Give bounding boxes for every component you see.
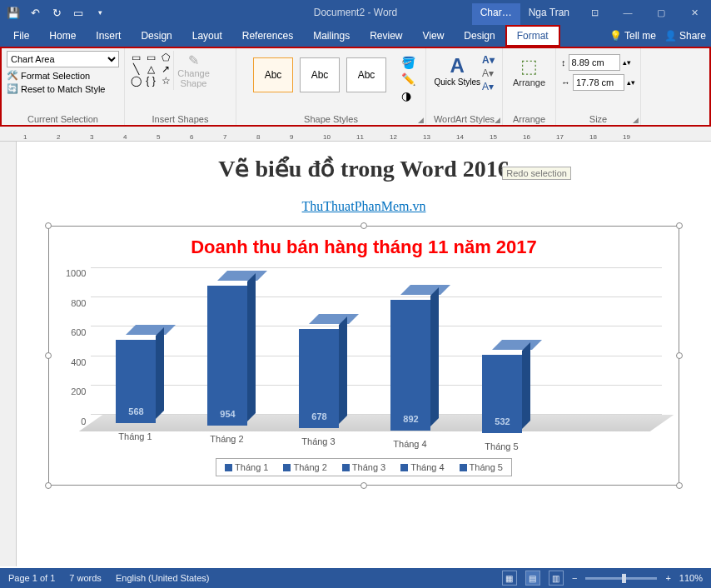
save-icon[interactable]: 💾 (7, 6, 20, 19)
read-mode-icon[interactable]: ▦ (502, 571, 517, 586)
group-label-insert-shapes: Insert Shapes (130, 112, 231, 125)
redo-tooltip: Redo selection (502, 167, 571, 180)
arrange-button[interactable]: ⬚Arrange (508, 51, 550, 87)
legend-item[interactable]: Tháng 4 (400, 462, 444, 472)
language-indicator[interactable]: English (United States) (116, 573, 210, 583)
tell-me-search[interactable]: 💡Tell me (609, 30, 656, 42)
page-indicator[interactable]: Page 1 of 1 (8, 573, 55, 583)
width-icon: ↔ (561, 77, 570, 87)
quick-access-toolbar: 💾 ↶ ↻ ▭ ▾ (0, 6, 107, 19)
resize-handle[interactable] (45, 352, 52, 359)
group-size: ↕▴▾ ↔▴▾ Size ◢ (556, 48, 641, 125)
status-bar: Page 1 of 1 7 words English (United Stat… (0, 568, 711, 588)
chart-legend[interactable]: Tháng 1Tháng 2Tháng 3Tháng 4Tháng 5 (216, 458, 512, 476)
undo-icon[interactable]: ↶ (28, 6, 42, 19)
group-label-shape-styles: Shape Styles (241, 112, 420, 125)
vertical-ruler[interactable] (0, 142, 17, 566)
maximize-icon[interactable]: ▢ (644, 0, 678, 25)
web-layout-icon[interactable]: ▥ (549, 571, 564, 586)
group-insert-shapes: ▭▭⬠ ╲△↗ ◯{ }☆ ✎ Change Shape Insert Shap… (125, 48, 236, 125)
title-bar: 💾 ↶ ↻ ▭ ▾ Document2 - Word Char… Nga Tra… (0, 0, 711, 25)
share-button[interactable]: 👤Share (664, 30, 706, 42)
reset-match-style-button[interactable]: 🔄Reset to Match Style (7, 83, 119, 94)
height-icon: ↕ (561, 57, 566, 67)
zoom-level[interactable]: 110% (679, 573, 703, 583)
shape-style-1[interactable]: Abc (253, 57, 293, 92)
chart-plot-area[interactable]: 02004006008001000 568Tháng 1954Tháng 267… (66, 268, 662, 443)
qat-dropdown-icon[interactable]: ▾ (93, 6, 107, 19)
format-selection-icon: 🛠️ (7, 70, 18, 81)
shape-style-2[interactable]: Abc (300, 57, 340, 92)
shape-gallery[interactable]: ▭▭⬠ ╲△↗ ◯{ }☆ (130, 51, 172, 90)
group-label-size: Size (561, 112, 635, 125)
zoom-slider[interactable] (585, 577, 657, 580)
tab-chart-design[interactable]: Design (454, 25, 505, 47)
reset-icon: 🔄 (7, 83, 18, 94)
tab-insert[interactable]: Insert (86, 25, 131, 47)
shape-effects-icon[interactable]: ◑ (401, 89, 415, 102)
tab-file[interactable]: File (3, 25, 39, 47)
resize-handle[interactable] (45, 222, 52, 229)
close-icon[interactable]: ✕ (678, 0, 711, 25)
tab-review[interactable]: Review (360, 25, 412, 47)
horizontal-ruler[interactable]: 12345678910111213141516171819 (0, 127, 711, 142)
x-category-label: Tháng 5 (472, 441, 530, 451)
group-wordart-styles: A Quick Styles A▾ A▾ A▾ WordArt Styles ◢ (426, 48, 503, 125)
legend-item[interactable]: Tháng 3 (342, 462, 385, 472)
zoom-out-icon[interactable]: − (572, 573, 577, 583)
group-arrange: ⬚Arrange Arrange (503, 48, 556, 125)
tab-format[interactable]: Format (505, 25, 560, 47)
shape-styles-launcher-icon[interactable]: ◢ (418, 116, 424, 124)
workspace: Redo selection Vẽ biểu đồ trong Word 201… (0, 142, 711, 566)
resize-handle[interactable] (45, 482, 52, 489)
zoom-in-icon[interactable]: + (665, 573, 670, 583)
height-input[interactable] (569, 54, 620, 71)
wordart-launcher-icon[interactable]: ◢ (495, 116, 500, 124)
word-count[interactable]: 7 words (69, 573, 102, 583)
group-shape-styles: Abc Abc Abc 🪣 ✏️ ◑ Shape Styles ◢ (236, 48, 426, 125)
lightbulb-icon: 💡 (609, 30, 622, 42)
chart-tools-context-tab[interactable]: Char… (472, 3, 520, 25)
signed-in-user[interactable]: Nga Tran (520, 7, 578, 18)
size-launcher-icon[interactable]: ◢ (633, 116, 639, 124)
document-page[interactable]: Redo selection Vẽ biểu đồ trong Word 201… (17, 142, 711, 566)
legend-item[interactable]: Tháng 2 (283, 462, 326, 472)
resize-handle[interactable] (676, 352, 683, 359)
resize-handle[interactable] (676, 222, 683, 229)
text-outline-icon[interactable]: A▾ (482, 67, 495, 79)
chart-element-selector[interactable]: Chart Area (7, 51, 119, 67)
change-shape-button: ✎ Change Shape (173, 51, 213, 90)
shape-outline-icon[interactable]: ✏️ (401, 72, 415, 86)
shape-fill-icon[interactable]: 🪣 (401, 56, 415, 69)
resize-handle[interactable] (360, 482, 367, 489)
legend-item[interactable]: Tháng 1 (225, 462, 268, 472)
x-category-label: Tháng 3 (289, 436, 347, 446)
width-input[interactable] (573, 74, 624, 91)
ribbon-display-icon[interactable]: ⊡ (578, 0, 611, 25)
share-icon: 👤 (664, 30, 677, 42)
print-layout-icon[interactable]: ▤ (525, 571, 540, 586)
tab-mailings[interactable]: Mailings (303, 25, 360, 47)
quick-styles-button[interactable]: A (434, 54, 480, 77)
group-label-current: Current Selection (7, 112, 119, 125)
redo-icon[interactable]: ↻ (50, 6, 63, 19)
text-fill-icon[interactable]: A▾ (482, 54, 495, 66)
legend-item[interactable]: Tháng 5 (460, 462, 503, 472)
format-selection-button[interactable]: 🛠️Format Selection (7, 70, 119, 81)
tab-references[interactable]: References (232, 25, 303, 47)
minimize-icon[interactable]: ― (611, 0, 644, 25)
shape-style-3[interactable]: Abc (346, 57, 386, 92)
document-link[interactable]: ThuThuatPhanMem.vn (48, 199, 679, 214)
tab-view[interactable]: View (413, 25, 455, 47)
group-label-wordart: WordArt Styles (431, 112, 497, 125)
tab-layout[interactable]: Layout (182, 25, 232, 47)
text-effects-icon[interactable]: A▾ (482, 81, 495, 92)
resize-handle[interactable] (360, 222, 367, 229)
resize-handle[interactable] (676, 482, 683, 489)
tab-design[interactable]: Design (131, 25, 181, 47)
touch-mode-icon[interactable]: ▭ (72, 6, 85, 19)
x-category-label: Tháng 4 (380, 439, 439, 449)
tab-home[interactable]: Home (39, 25, 86, 47)
chart-title[interactable]: Doanh thu bán hàng tháng 11 năm 2017 (66, 237, 662, 258)
chart-object[interactable]: Doanh thu bán hàng tháng 11 năm 2017 020… (48, 226, 679, 486)
